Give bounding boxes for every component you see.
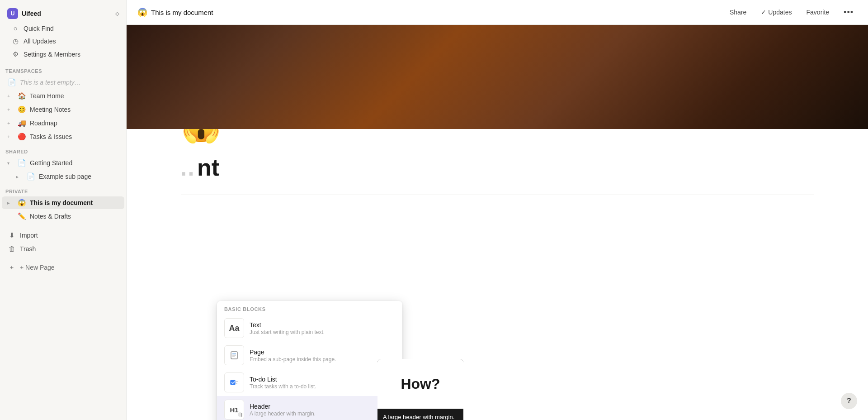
chevron-right-icon: ▸	[16, 174, 23, 179]
sidebar-top: U Uifeed ◇ ○ Quick Find ◷ All Updates ⚙ …	[0, 0, 126, 63]
topbar-title[interactable]: This is my document	[151, 9, 722, 16]
page-content-area[interactable]: 😱 …nt BASIC BLOCKS Aa Text Just start wr…	[127, 129, 868, 420]
sidebar-spacer	[0, 255, 126, 261]
private-section-label: PRIVATE	[0, 183, 126, 196]
sidebar-item-getting-started[interactable]: ▾ 📄 Getting Started	[2, 157, 124, 169]
help-button[interactable]: ?	[841, 393, 857, 409]
pencil-icon: ✏️	[17, 212, 26, 220]
topbar: 😱 This is my document Share ✓ Updates Fa…	[127, 0, 868, 25]
sidebar-item-label: Roadmap	[30, 119, 121, 127]
sidebar-item-this-is-test[interactable]: 📄 This is a test empty…	[2, 76, 124, 89]
main-content: 😱 This is my document Share ✓ Updates Fa…	[127, 0, 868, 420]
page-icon: 📄	[26, 172, 35, 181]
block-preview-desc: A large header with margin.	[377, 409, 463, 420]
share-button[interactable]: Share	[726, 7, 750, 18]
sidebar-item-import[interactable]: ⬇ Import	[2, 229, 124, 242]
add-icon: +	[7, 134, 14, 139]
menu-item-desc: Embed a sub-page inside this page.	[250, 356, 336, 363]
menu-item-page[interactable]: Page Embed a sub-page inside this page.	[217, 342, 402, 369]
menu-item-desc: A large header with margin.	[250, 410, 316, 417]
sidebar-item-label: Team Home	[30, 92, 121, 100]
sidebar-item-all-updates[interactable]: ◷ All Updates	[5, 35, 121, 48]
menu-item-title: Text	[250, 321, 325, 329]
plus-icon: +	[7, 263, 16, 271]
sidebar-item-trash[interactable]: 🗑 Trash	[2, 243, 124, 255]
sidebar-item-team-home[interactable]: + 🏠 Team Home	[2, 90, 124, 102]
workspace-icon: U	[7, 8, 18, 19]
topbar-actions: Share ✓ Updates Favorite •••	[726, 6, 857, 19]
menu-item-title: Header	[250, 403, 316, 410]
menu-item-title: To-do List	[250, 376, 316, 383]
new-page-button[interactable]: + + New Page	[2, 261, 124, 273]
text-block-icon: Aa	[224, 318, 244, 338]
sidebar-item-label: Settings & Members	[24, 51, 117, 58]
chevron-right-icon: ▸	[7, 200, 14, 205]
clock-icon: ◷	[11, 37, 20, 45]
search-icon: ○	[11, 24, 20, 32]
doc-icon: 📄	[7, 78, 16, 86]
menu-item-desc: Just start writing with plain text.	[250, 329, 325, 335]
cover-image	[127, 25, 868, 129]
sidebar-item-label: Notes & Drafts	[30, 213, 121, 220]
command-menu: BASIC BLOCKS Aa Text Just start writing …	[217, 301, 402, 420]
sidebar-item-label: All Updates	[24, 38, 117, 45]
gear-icon: ⚙	[11, 50, 20, 58]
menu-item-header-content: Header A large header with margin.	[250, 403, 316, 417]
help-icon: ?	[847, 397, 851, 405]
menu-item-title: Page	[250, 348, 336, 356]
sidebar-item-settings[interactable]: ⚙ Settings & Members	[5, 48, 121, 61]
sidebar-item-label: Getting Started	[30, 159, 121, 167]
sidebar-item-this-is-my-document[interactable]: ▸ 😱 This is my document	[2, 196, 124, 209]
workspace-header[interactable]: U Uifeed ◇	[4, 5, 123, 22]
import-icon: ⬇	[7, 231, 16, 239]
sidebar-item-label: Quick Find	[24, 25, 117, 32]
menu-item-todo[interactable]: To-do List Track tasks with a to-do list…	[217, 369, 402, 396]
header-block-icon: H1 |	[224, 400, 244, 420]
more-options-button[interactable]: •••	[840, 6, 857, 19]
menu-item-header[interactable]: H1 | Header A large header with margin.	[217, 396, 402, 420]
checkbox-block-icon	[224, 372, 244, 392]
add-icon: +	[7, 107, 14, 112]
sidebar: U Uifeed ◇ ○ Quick Find ◷ All Updates ⚙ …	[0, 0, 127, 420]
notes-icon: 😊	[17, 105, 26, 114]
workspace-chevron-icon: ◇	[115, 11, 119, 17]
roadmap-icon: 🚚	[17, 119, 26, 127]
page-emoji: 😱	[181, 129, 814, 145]
menu-item-text[interactable]: Aa Text Just start writing with plain te…	[217, 315, 402, 342]
sidebar-item-label: This is a test empty…	[20, 79, 121, 86]
page-block-icon	[224, 345, 244, 365]
updates-label: Updates	[768, 9, 792, 16]
check-icon: ✓	[761, 9, 766, 16]
sidebar-item-roadmap[interactable]: + 🚚 Roadmap	[2, 117, 124, 129]
favorite-button[interactable]: Favorite	[803, 7, 833, 18]
page-icon: 📄	[17, 159, 26, 167]
sidebar-item-meeting-notes[interactable]: + 😊 Meeting Notes	[2, 103, 124, 116]
menu-item-todo-content: To-do List Track tasks with a to-do list…	[250, 376, 316, 390]
sidebar-item-quick-find[interactable]: ○ Quick Find	[5, 22, 121, 34]
sidebar-item-label: Import	[20, 232, 121, 239]
add-icon: +	[7, 120, 14, 126]
tasks-icon: 🔴	[17, 133, 26, 141]
sidebar-item-label: This is my document	[30, 199, 121, 206]
sidebar-item-tasks[interactable]: + 🔴 Tasks & Issues	[2, 130, 124, 143]
topbar-doc-icon: 😱	[137, 7, 147, 17]
sidebar-item-example-sub[interactable]: ▸ 📄 Example sub page	[2, 170, 124, 183]
new-page-label: + New Page	[20, 264, 121, 271]
sidebar-item-label: Example sub page	[39, 173, 121, 180]
team-icon: 🏠	[17, 92, 26, 100]
updates-button[interactable]: ✓ Updates	[757, 7, 795, 18]
favorite-label: Favorite	[807, 9, 830, 16]
menu-section-label: BASIC BLOCKS	[217, 301, 402, 315]
block-preview: How? A large header with margin.	[377, 359, 463, 420]
menu-item-page-content: Page Embed a sub-page inside this page.	[250, 348, 336, 363]
chevron-down-icon: ▾	[7, 161, 14, 166]
share-label: Share	[730, 9, 746, 16]
workspace-name: Uifeed	[22, 10, 112, 17]
sidebar-item-notes-drafts[interactable]: ✏️ Notes & Drafts	[2, 210, 124, 223]
more-dots-icon: •••	[844, 8, 854, 17]
sidebar-item-label: Trash	[20, 245, 121, 253]
menu-item-text-content: Text Just start writing with plain text.	[250, 321, 325, 335]
menu-item-desc: Track tasks with a to-do list.	[250, 383, 316, 390]
page-title[interactable]: …nt	[181, 152, 814, 184]
sidebar-item-label: Tasks & Issues	[30, 133, 121, 140]
